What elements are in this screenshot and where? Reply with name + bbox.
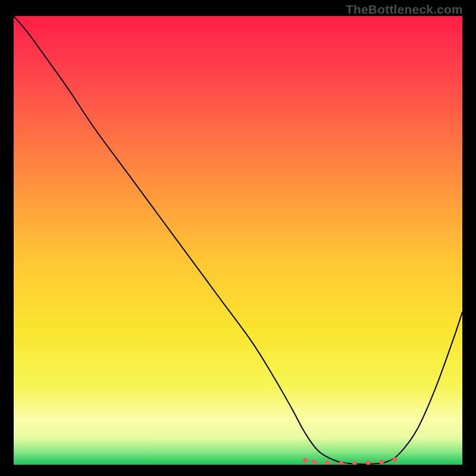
- gradient-background: [14, 16, 462, 465]
- bottleneck-chart: [14, 16, 462, 465]
- svg-point-0: [303, 458, 307, 463]
- svg-point-6: [380, 460, 384, 465]
- svg-point-1: [312, 460, 317, 465]
- watermark-text: TheBottleneck.com: [346, 2, 463, 17]
- svg-point-7: [393, 457, 397, 462]
